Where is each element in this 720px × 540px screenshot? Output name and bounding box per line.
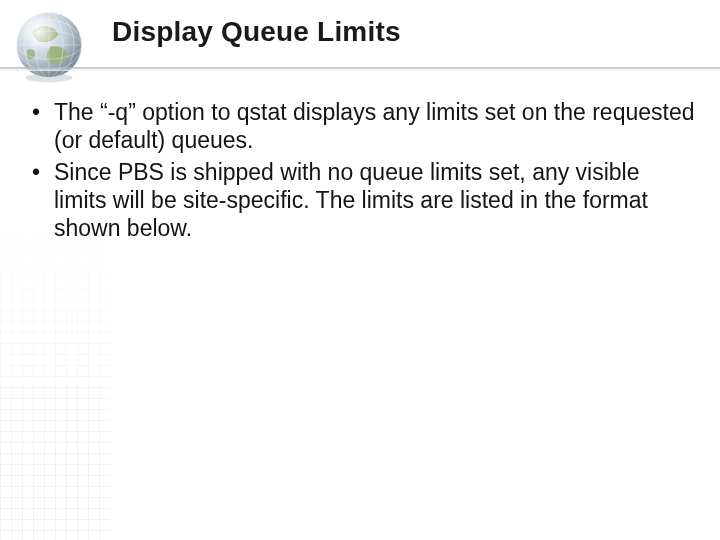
bullet-text: Since PBS is shipped with no queue limit… — [54, 159, 648, 241]
slide: Display Queue Limits The “-q” option to … — [0, 0, 720, 540]
bullet-item: Since PBS is shipped with no queue limit… — [26, 158, 696, 242]
bullet-list: The “-q” option to qstat displays any li… — [26, 98, 696, 242]
decorative-left-grid — [0, 200, 110, 540]
slide-title: Display Queue Limits — [112, 16, 696, 48]
header-divider — [0, 66, 720, 72]
bullet-text: The “-q” option to qstat displays any li… — [54, 99, 695, 153]
slide-header: Display Queue Limits — [112, 16, 696, 48]
globe-icon — [10, 6, 88, 84]
bullet-item: The “-q” option to qstat displays any li… — [26, 98, 696, 154]
slide-body: The “-q” option to qstat displays any li… — [26, 98, 696, 246]
